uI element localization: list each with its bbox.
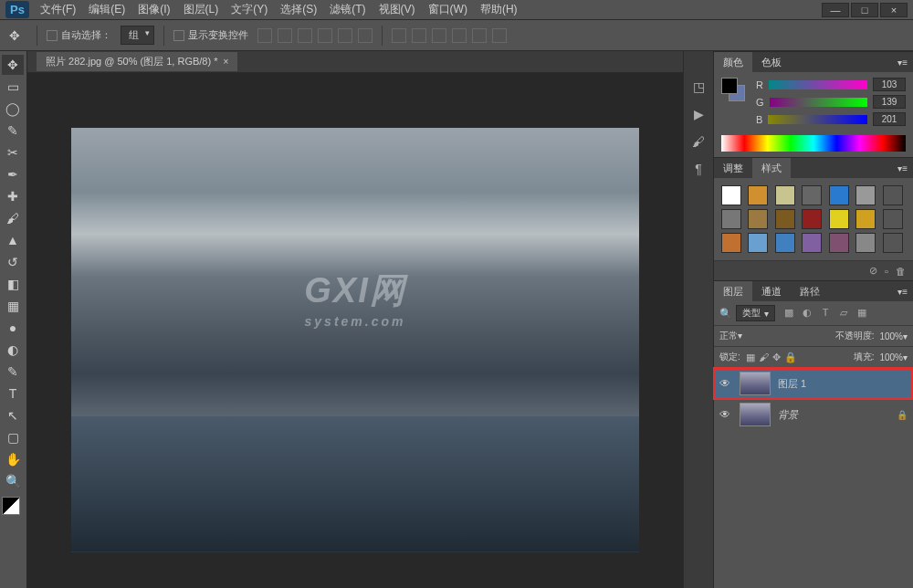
- new-style-icon[interactable]: ▫: [885, 266, 888, 277]
- color-swatch[interactable]: [2, 497, 20, 515]
- menu-window[interactable]: 窗口(W): [428, 2, 467, 17]
- healing-tool[interactable]: ✚: [2, 186, 24, 206]
- window-minimize[interactable]: —: [822, 3, 849, 17]
- paths-tab[interactable]: 路径: [791, 281, 829, 302]
- visibility-icon[interactable]: 👁: [719, 408, 732, 421]
- style-swatch[interactable]: [802, 209, 822, 229]
- g-value[interactable]: 139: [873, 95, 906, 109]
- color-spectrum[interactable]: [721, 135, 906, 152]
- filter-shape-icon[interactable]: ▱: [837, 307, 850, 320]
- show-transform-checkbox[interactable]: 显示变换控件: [173, 28, 248, 42]
- style-swatch[interactable]: [775, 233, 795, 253]
- style-swatch[interactable]: [855, 233, 876, 253]
- menu-view[interactable]: 视图(V): [379, 2, 415, 17]
- filter-kind-select[interactable]: 类型▾: [736, 305, 775, 321]
- style-swatch[interactable]: [721, 233, 741, 253]
- type-tool[interactable]: T: [2, 383, 24, 404]
- stamp-tool[interactable]: ▲: [2, 230, 24, 250]
- style-swatch[interactable]: [775, 209, 795, 229]
- window-close[interactable]: ×: [880, 3, 908, 17]
- align-icon[interactable]: [358, 28, 373, 43]
- lasso-tool[interactable]: ◯: [2, 99, 24, 119]
- trash-icon[interactable]: 🗑: [896, 266, 906, 277]
- align-icon[interactable]: [278, 28, 292, 43]
- filter-adjust-icon[interactable]: ◐: [801, 307, 813, 320]
- layer-item[interactable]: 👁图层 1: [714, 368, 913, 399]
- menu-select[interactable]: 选择(S): [280, 2, 317, 17]
- hand-tool[interactable]: ✋: [2, 449, 24, 469]
- distribute-icon[interactable]: [452, 28, 467, 43]
- auto-select-mode[interactable]: 组: [121, 26, 154, 45]
- b-slider[interactable]: [768, 115, 867, 124]
- b-value[interactable]: 201: [873, 112, 906, 126]
- style-swatch[interactable]: [829, 233, 849, 253]
- search-icon[interactable]: 🔍: [719, 308, 732, 320]
- style-swatch[interactable]: [721, 185, 741, 205]
- distribute-icon[interactable]: [492, 28, 507, 43]
- r-slider[interactable]: [769, 80, 867, 89]
- shape-tool[interactable]: ▢: [2, 427, 24, 447]
- layer-item[interactable]: 👁背景🔒: [714, 399, 913, 430]
- menu-edit[interactable]: 编辑(E): [89, 2, 125, 17]
- paragraph-icon[interactable]: ¶: [684, 155, 713, 183]
- eyedropper-tool[interactable]: ✒: [2, 164, 24, 184]
- lock-position-icon[interactable]: ✥: [772, 352, 781, 363]
- opacity-input[interactable]: 100%▾: [879, 331, 908, 341]
- clear-style-icon[interactable]: ⊘: [869, 265, 877, 277]
- style-swatch[interactable]: [883, 185, 903, 205]
- auto-select-checkbox[interactable]: 自动选择：: [47, 28, 111, 42]
- quick-select-tool[interactable]: ✎: [2, 121, 24, 141]
- layer-thumbnail[interactable]: [740, 403, 771, 426]
- filter-pixel-icon[interactable]: ▩: [782, 307, 795, 320]
- style-swatch[interactable]: [829, 209, 849, 229]
- lock-all-icon[interactable]: 🔒: [784, 352, 797, 363]
- filter-type-icon[interactable]: T: [819, 307, 832, 320]
- crop-tool[interactable]: ✂: [2, 142, 24, 163]
- align-icon[interactable]: [338, 28, 352, 43]
- color-tab[interactable]: 颜色: [714, 52, 752, 73]
- panel-menu-icon[interactable]: ▾≡: [892, 58, 913, 68]
- marquee-tool[interactable]: ▭: [2, 77, 24, 97]
- style-swatch[interactable]: [775, 185, 795, 205]
- r-value[interactable]: 103: [873, 78, 906, 91]
- style-swatch[interactable]: [883, 233, 903, 253]
- layers-tab[interactable]: 图层: [714, 281, 752, 302]
- zoom-tool[interactable]: 🔍: [2, 471, 24, 491]
- style-swatch[interactable]: [855, 185, 876, 205]
- channels-tab[interactable]: 通道: [752, 281, 791, 302]
- adjustments-tab[interactable]: 调整: [714, 158, 752, 179]
- blur-tool[interactable]: ●: [2, 318, 24, 338]
- panel-menu-icon[interactable]: ▾≡: [892, 163, 913, 173]
- panel-menu-icon[interactable]: ▾≡: [892, 287, 913, 297]
- eraser-tool[interactable]: ◧: [2, 274, 24, 294]
- fg-bg-swatch[interactable]: [721, 78, 745, 101]
- gradient-tool[interactable]: ▦: [2, 296, 24, 316]
- menu-image[interactable]: 图像(I): [138, 2, 170, 17]
- distribute-icon[interactable]: [472, 28, 487, 43]
- menu-filter[interactable]: 滤镜(T): [330, 2, 365, 17]
- distribute-icon[interactable]: [392, 28, 406, 43]
- menu-file[interactable]: 文件(F): [40, 2, 76, 17]
- style-swatch[interactable]: [721, 209, 741, 229]
- style-swatch[interactable]: [802, 233, 822, 253]
- distribute-icon[interactable]: [432, 28, 446, 43]
- lock-transparency-icon[interactable]: ▦: [746, 352, 755, 363]
- pen-tool[interactable]: ✎: [2, 362, 24, 382]
- play-icon[interactable]: ▶: [684, 100, 713, 128]
- style-swatch[interactable]: [748, 209, 768, 229]
- align-icon[interactable]: [298, 28, 312, 43]
- style-swatch[interactable]: [883, 209, 903, 229]
- distribute-icon[interactable]: [412, 28, 426, 43]
- align-icon[interactable]: [257, 28, 272, 43]
- dodge-tool[interactable]: ◐: [2, 340, 24, 360]
- document-tab[interactable]: 照片 282.jpg @ 50% (图层 1, RGB/8) * ×: [37, 52, 237, 71]
- menu-type[interactable]: 文字(Y): [231, 2, 268, 17]
- close-tab-icon[interactable]: ×: [223, 57, 228, 67]
- menu-help[interactable]: 帮助(H): [480, 2, 518, 17]
- move-tool[interactable]: ✥: [2, 55, 24, 75]
- window-maximize[interactable]: □: [851, 3, 878, 17]
- swatches-tab[interactable]: 色板: [752, 52, 791, 73]
- menu-layer[interactable]: 图层(L): [184, 2, 219, 17]
- g-slider[interactable]: [770, 98, 867, 107]
- brush-preset-icon[interactable]: 🖌: [684, 128, 713, 155]
